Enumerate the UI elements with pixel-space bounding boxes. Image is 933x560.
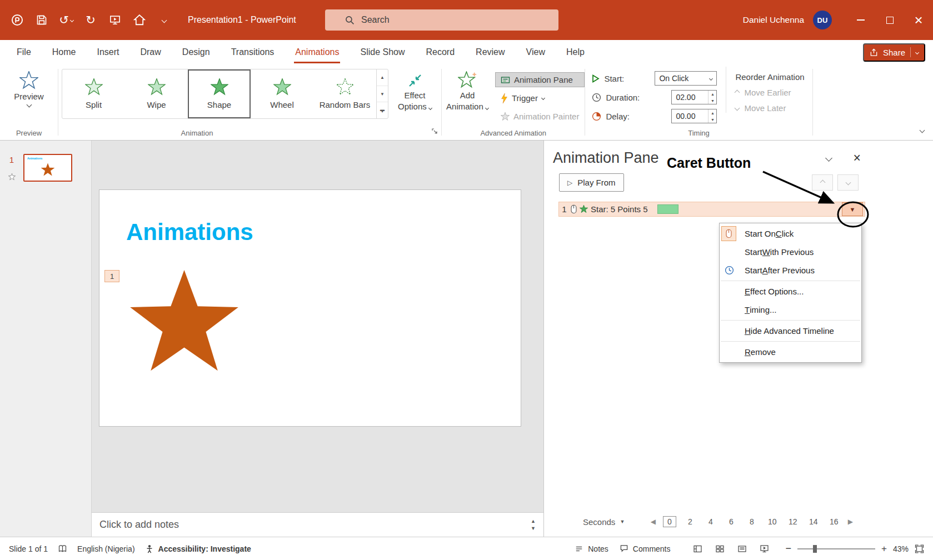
scroll-down-icon[interactable]: ▼ xyxy=(531,526,536,531)
menu-item-start-on-click[interactable]: Start On Click xyxy=(720,224,861,243)
delay-input[interactable]: 00.00 ▲▼ xyxy=(671,109,717,123)
zoom-slider-handle[interactable] xyxy=(813,545,817,553)
delay-up-icon[interactable]: ▲ xyxy=(709,109,716,116)
gallery-item-random-bars[interactable]: Random Bars xyxy=(313,69,376,118)
gallery-expand-icon[interactable]: ▬▼ xyxy=(377,102,388,118)
pane-close-icon[interactable]: × xyxy=(854,152,861,164)
notes-button[interactable]: Notes xyxy=(575,544,608,553)
move-earlier-button[interactable]: Move Earlier xyxy=(735,88,804,97)
reorder-up-button[interactable] xyxy=(812,174,833,191)
zoom-slider[interactable] xyxy=(797,548,875,549)
notes-area[interactable]: Click to add notes ▲ ▼ xyxy=(92,512,543,537)
menu-item-hide-advanced-timeline[interactable]: Hide Advanced Timeline xyxy=(720,322,861,340)
powerpoint-logo-icon[interactable] xyxy=(7,9,28,31)
gallery-item-shape[interactable]: Shape xyxy=(188,69,251,118)
duration-input[interactable]: 02.00 ▲▼ xyxy=(671,90,717,104)
collapse-ribbon-icon[interactable] xyxy=(920,124,924,134)
search-input[interactable]: Search xyxy=(325,9,558,31)
animation-pane-button[interactable]: Animation Pane xyxy=(495,72,585,87)
slideshow-from-start-icon[interactable] xyxy=(104,9,126,31)
search-placeholder: Search xyxy=(361,15,390,25)
delay-down-icon[interactable]: ▼ xyxy=(709,116,716,123)
share-button[interactable]: Share xyxy=(863,43,925,62)
slide-canvas-area[interactable]: Animations 1 xyxy=(92,141,543,512)
share-chevron-icon[interactable] xyxy=(915,50,919,54)
proofing-icon[interactable] xyxy=(58,544,67,553)
close-button[interactable]: × xyxy=(904,0,933,40)
maximize-button[interactable] xyxy=(875,0,904,40)
tab-home[interactable]: Home xyxy=(51,42,77,63)
home-icon[interactable] xyxy=(129,9,150,31)
duration-up-icon[interactable]: ▲ xyxy=(709,91,716,97)
tab-view[interactable]: View xyxy=(525,42,546,63)
fit-to-window-icon[interactable] xyxy=(915,544,924,553)
tab-insert[interactable]: Insert xyxy=(96,42,120,63)
slide-info[interactable]: Slide 1 of 1 xyxy=(9,544,48,553)
tab-design[interactable]: Design xyxy=(181,42,211,63)
caret-button[interactable]: ▼ xyxy=(842,202,863,216)
account-area[interactable]: Daniel Uchenna DU xyxy=(743,11,832,29)
timeline-left-arrow-icon[interactable]: ◀ xyxy=(647,518,659,526)
tab-file[interactable]: File xyxy=(16,42,32,63)
reorder-down-button[interactable] xyxy=(837,174,859,191)
start-dropdown[interactable]: On Click xyxy=(655,71,717,86)
zoom-level[interactable]: 43% xyxy=(893,544,909,553)
tab-slide-show[interactable]: Slide Show xyxy=(359,42,406,63)
tab-draw[interactable]: Draw xyxy=(139,42,162,63)
animation-painter-button[interactable]: Animation Painter xyxy=(495,109,585,124)
undo-icon[interactable]: ↺ xyxy=(56,9,77,31)
dialog-launcher-icon[interactable] xyxy=(432,128,438,134)
menu-item-remove[interactable]: Remove xyxy=(720,343,861,361)
slide-title[interactable]: Animations xyxy=(126,219,253,246)
menu-item-effect-options[interactable]: Effect Options... xyxy=(720,282,861,301)
tab-review[interactable]: Review xyxy=(475,42,506,63)
language-indicator[interactable]: English (Nigeria) xyxy=(77,544,134,553)
animation-number-badge[interactable]: 1 xyxy=(104,270,119,282)
reading-view-icon[interactable] xyxy=(737,544,747,553)
effect-options-button[interactable]: Effect Options xyxy=(388,67,441,111)
slide-thumbnail[interactable]: Animations xyxy=(23,154,72,182)
seconds-dropdown[interactable]: Seconds ▼ xyxy=(583,517,625,527)
menu-item-start-after-previous[interactable]: Start After Previous xyxy=(720,261,861,279)
tab-transitions[interactable]: Transitions xyxy=(230,42,276,63)
preview-chevron-icon[interactable] xyxy=(26,102,32,108)
accessibility-status[interactable]: Accessibility: Investigate xyxy=(145,544,251,553)
slide[interactable]: Animations 1 xyxy=(99,189,521,427)
redo-icon[interactable]: ↻ xyxy=(80,9,101,31)
zoom-out-button[interactable]: − xyxy=(786,543,792,554)
tab-animations[interactable]: Animations xyxy=(294,42,340,63)
play-from-button[interactable]: ▷ Play From xyxy=(559,173,624,192)
duration-down-icon[interactable]: ▼ xyxy=(709,97,716,104)
gallery-scroll-down-icon[interactable]: ▼ xyxy=(377,86,388,103)
slideshow-view-icon[interactable] xyxy=(760,544,769,553)
add-animation-button[interactable]: Add Animation xyxy=(442,67,493,111)
avatar[interactable]: DU xyxy=(813,11,832,29)
timeline-bar[interactable] xyxy=(657,204,678,214)
trigger-button[interactable]: Trigger xyxy=(495,91,585,106)
normal-view-icon[interactable] xyxy=(693,544,702,553)
animation-list-item[interactable]: 1 Star: 5 Points 5 ▼ xyxy=(558,202,865,217)
menu-item-start-with-previous[interactable]: Start With Previous xyxy=(720,243,861,261)
gallery-item-wheel[interactable]: Wheel xyxy=(251,69,313,118)
comments-button[interactable]: Comments xyxy=(620,544,671,553)
gallery-item-wipe[interactable]: Wipe xyxy=(125,69,188,118)
customize-toolbar-icon[interactable] xyxy=(153,9,174,31)
tab-record[interactable]: Record xyxy=(425,42,456,63)
preview-button[interactable]: Preview xyxy=(2,67,56,107)
slide-editor: Animations 1 Click to add notes ▲ ▼ xyxy=(92,141,543,537)
slide-star-shape[interactable] xyxy=(127,268,241,382)
timeline-tick: 6 xyxy=(721,517,741,526)
scroll-up-icon[interactable]: ▲ xyxy=(531,518,536,524)
save-icon[interactable] xyxy=(31,9,52,31)
move-later-button[interactable]: Move Later xyxy=(735,103,804,113)
menu-item-timing[interactable]: Timing... xyxy=(720,301,861,319)
gallery-item-split[interactable]: Split xyxy=(62,69,125,118)
tab-help[interactable]: Help xyxy=(565,42,586,63)
pane-options-chevron-icon[interactable] xyxy=(825,154,832,162)
timeline-right-arrow-icon[interactable]: ▶ xyxy=(844,518,856,526)
slide-sorter-view-icon[interactable] xyxy=(715,544,725,553)
gallery-scroll-up-icon[interactable]: ▲ xyxy=(377,69,388,86)
zoom-in-button[interactable]: + xyxy=(881,543,887,554)
trigger-chevron-icon[interactable] xyxy=(541,96,545,100)
minimize-button[interactable] xyxy=(846,0,875,40)
